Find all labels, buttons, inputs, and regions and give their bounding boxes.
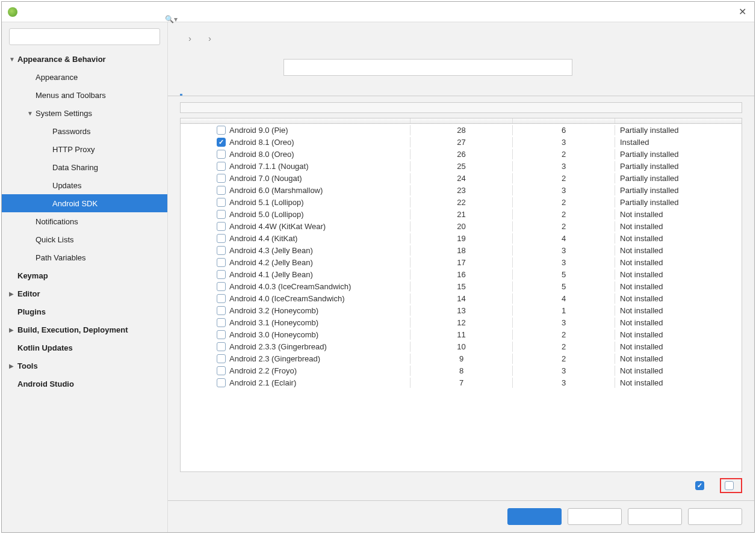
table-row[interactable]: Android 3.2 (Honeycomb)131Not installed — [181, 304, 742, 316]
row-name: Android 4.1 (Jelly Bean) — [229, 270, 313, 279]
table-row[interactable]: Android 7.0 (Nougat)242Partially install… — [181, 172, 742, 184]
row-checkbox[interactable] — [217, 138, 226, 147]
table-body[interactable]: Android 9.0 (Pie)286Partially installedA… — [181, 124, 742, 471]
row-name: Android 8.0 (Oreo) — [229, 150, 294, 159]
cell-rev: 3 — [513, 378, 615, 388]
row-checkbox[interactable] — [217, 150, 226, 159]
cell-rev: 5 — [513, 281, 615, 292]
table-row[interactable]: Android 4.0 (IceCreamSandwich)144Not ins… — [181, 292, 742, 304]
cell-api: 22 — [411, 197, 513, 207]
table-row[interactable]: Android 4.1 (Jelly Bean)165Not installed — [181, 268, 742, 280]
table-row[interactable]: Android 5.0 (Lollipop)212Not installed — [181, 208, 742, 220]
table-row[interactable]: Android 8.1 (Oreo)273Installed — [181, 136, 742, 148]
sidebar-item[interactable]: Passwords — [2, 122, 167, 140]
sidebar-item[interactable]: Menus and Toolbars — [2, 86, 167, 104]
tab-sdk-tools[interactable] — [193, 84, 196, 96]
row-checkbox[interactable] — [217, 198, 226, 207]
sidebar-item[interactable]: HTTP Proxy — [2, 140, 167, 158]
row-checkbox[interactable] — [217, 318, 226, 327]
tab-sdk-platforms[interactable] — [180, 84, 182, 96]
table-row[interactable]: Android 4.4W (KitKat Wear)202Not install… — [181, 220, 742, 232]
sidebar-item[interactable]: ▼Appearance & Behavior — [2, 50, 167, 68]
sidebar-item[interactable]: Path Variables — [2, 248, 167, 266]
row-checkbox[interactable] — [217, 294, 226, 303]
cell-status: Partially installed — [615, 149, 742, 159]
apply-button[interactable] — [628, 508, 682, 525]
row-checkbox[interactable] — [217, 162, 226, 171]
sidebar-item-label: Quick Lists — [36, 235, 167, 244]
table-row[interactable]: Android 3.0 (Honeycomb)112Not installed — [181, 328, 742, 340]
table-row[interactable]: Android 5.1 (Lollipop)222Partially insta… — [181, 196, 742, 208]
row-checkbox[interactable] — [217, 246, 226, 255]
hide-obsolete-option[interactable] — [695, 481, 708, 490]
sidebar-item[interactable]: Kotlin Updates — [2, 339, 167, 357]
row-checkbox[interactable] — [217, 186, 226, 195]
cell-name: Android 4.4 (KitKat) — [181, 233, 411, 244]
row-checkbox[interactable] — [217, 342, 226, 351]
table-row[interactable]: Android 3.1 (Honeycomb)123Not installed — [181, 316, 742, 328]
table-row[interactable]: Android 2.3 (Gingerbread)92Not installed — [181, 352, 742, 364]
sidebar-item[interactable]: Data Sharing — [2, 158, 167, 176]
show-details-checkbox[interactable] — [725, 481, 734, 490]
cancel-button[interactable] — [568, 508, 622, 525]
dialog-body: 🔍▾ ▼Appearance & BehaviorAppearanceMenus… — [2, 22, 754, 532]
table-row[interactable]: Android 8.0 (Oreo)262Partially installed — [181, 148, 742, 160]
cell-api: 28 — [411, 125, 513, 135]
page-subtitle — [168, 49, 754, 55]
sidebar-item[interactable]: ▶Build, Execution, Deployment — [2, 321, 167, 339]
table-row[interactable]: Android 9.0 (Pie)286Partially installed — [181, 124, 742, 136]
row-checkbox[interactable] — [217, 270, 226, 279]
row-checkbox[interactable] — [217, 126, 226, 135]
hide-obsolete-checkbox[interactable] — [695, 481, 704, 490]
row-checkbox[interactable] — [217, 330, 226, 339]
sidebar-item[interactable]: Notifications — [2, 212, 167, 230]
row-checkbox[interactable] — [217, 282, 226, 291]
row-checkbox[interactable] — [217, 234, 226, 243]
sidebar-item[interactable]: Quick Lists — [2, 230, 167, 248]
row-checkbox[interactable] — [217, 174, 226, 183]
sidebar-item-label: Android SDK — [52, 199, 167, 208]
search-input[interactable] — [9, 28, 160, 45]
sidebar-item[interactable]: Updates — [2, 176, 167, 194]
row-checkbox[interactable] — [217, 366, 226, 375]
sidebar-item[interactable]: Android Studio — [2, 375, 167, 393]
table-row[interactable]: Android 6.0 (Marshmallow)233Partially in… — [181, 184, 742, 196]
col-status[interactable] — [615, 118, 742, 123]
sidebar-item[interactable]: ▶Tools — [2, 357, 167, 375]
cell-status: Not installed — [615, 209, 742, 219]
close-icon[interactable]: ✕ — [736, 6, 748, 17]
table-row[interactable]: Android 4.2 (Jelly Bean)173Not installed — [181, 256, 742, 268]
table-row[interactable]: Android 2.2 (Froyo)83Not installed — [181, 364, 742, 376]
help-button[interactable] — [688, 508, 742, 525]
table-row[interactable]: Android 2.1 (Eclair)73Not installed — [181, 376, 742, 388]
table-row[interactable]: Android 4.0.3 (IceCreamSandwich)155Not i… — [181, 280, 742, 292]
sidebar-item[interactable]: Appearance — [2, 68, 167, 86]
sidebar-item-label: Editor — [17, 289, 167, 298]
row-checkbox[interactable] — [217, 306, 226, 315]
tab-sdk-update-sites[interactable] — [206, 84, 209, 96]
col-api[interactable] — [411, 118, 513, 123]
sidebar-item[interactable]: Plugins — [2, 302, 167, 321]
show-details-option[interactable] — [720, 478, 742, 493]
cell-status: Not installed — [615, 281, 742, 292]
ok-button[interactable] — [507, 508, 562, 525]
col-rev[interactable] — [513, 118, 615, 123]
sidebar-item[interactable]: Keymap — [2, 266, 167, 284]
row-checkbox[interactable] — [217, 378, 226, 387]
table-row[interactable]: Android 4.4 (KitKat)194Not installed — [181, 232, 742, 244]
row-checkbox[interactable] — [217, 222, 226, 231]
row-checkbox[interactable] — [217, 354, 226, 363]
sidebar-item[interactable]: Android SDK — [2, 194, 167, 212]
sdk-location-input[interactable] — [284, 59, 572, 76]
cell-rev: 2 — [513, 354, 615, 364]
sidebar-item[interactable]: ▶Editor — [2, 284, 167, 302]
sdk-location-row — [168, 55, 754, 84]
table-row[interactable]: Android 2.3.3 (Gingerbread)102Not instal… — [181, 340, 742, 352]
col-name[interactable] — [181, 118, 411, 123]
table-row[interactable]: Android 7.1.1 (Nougat)253Partially insta… — [181, 160, 742, 172]
row-checkbox[interactable] — [217, 210, 226, 219]
row-checkbox[interactable] — [217, 258, 226, 267]
table-row[interactable]: Android 4.3 (Jelly Bean)183Not installed — [181, 244, 742, 256]
sidebar-item[interactable]: ▼System Settings — [2, 104, 167, 122]
chevron-down-icon: ▼ — [27, 110, 36, 117]
